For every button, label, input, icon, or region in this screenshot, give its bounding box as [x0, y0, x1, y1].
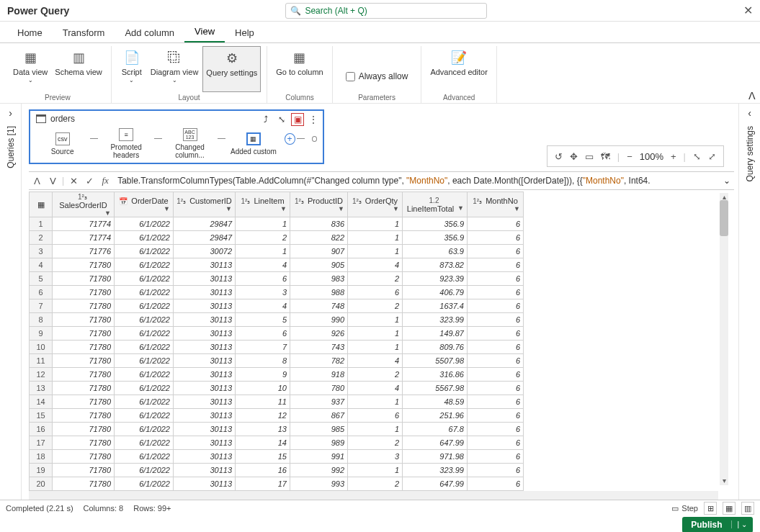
image-icon[interactable]: ▣: [291, 113, 304, 126]
cell[interactable]: 6: [468, 272, 524, 286]
cell[interactable]: 6: [468, 245, 524, 258]
cell[interactable]: 6: [348, 286, 403, 299]
column-header-SalesOrderID[interactable]: 1²₃ SalesOrderID▼: [53, 192, 115, 217]
add-step-button[interactable]: +: [285, 133, 295, 145]
cell[interactable]: 4: [348, 258, 403, 272]
cell[interactable]: 71780: [53, 272, 115, 286]
cell[interactable]: 6: [468, 409, 524, 423]
cell[interactable]: 149.87: [403, 327, 468, 341]
cell[interactable]: 71780: [53, 382, 115, 395]
cell[interactable]: 6: [468, 313, 524, 327]
cell[interactable]: 16: [236, 464, 290, 477]
cell[interactable]: 6: [348, 409, 403, 423]
cell[interactable]: 2: [348, 436, 403, 450]
expand-formula-icon[interactable]: ⌄: [720, 176, 734, 186]
advanced-editor-button[interactable]: 📝 Advanced editor: [427, 46, 491, 92]
cell[interactable]: 12: [236, 409, 290, 423]
cell[interactable]: 809.76: [403, 341, 468, 354]
tab-help[interactable]: Help: [225, 23, 264, 42]
corner-cell[interactable]: ▦: [30, 192, 53, 217]
cell[interactable]: 989: [290, 436, 348, 450]
accept-icon[interactable]: ✓: [81, 176, 97, 186]
query-settings-button[interactable]: ⚙ Query settings: [202, 46, 261, 92]
fit-icon[interactable]: ▭: [585, 151, 594, 162]
cell[interactable]: 356.9: [403, 231, 468, 245]
data-view-button[interactable]: ▦ Data view ⌄: [10, 46, 50, 92]
filter-dropdown-icon[interactable]: ▼: [280, 205, 287, 212]
cell[interactable]: 6: [468, 450, 524, 464]
filter-dropdown-icon[interactable]: ▼: [164, 205, 170, 212]
filter-dropdown-icon[interactable]: ▼: [393, 205, 399, 212]
cell[interactable]: 780: [290, 382, 348, 395]
cell[interactable]: 6: [468, 382, 524, 395]
cell[interactable]: 6: [468, 395, 524, 409]
cell[interactable]: 71780: [53, 327, 115, 341]
cell[interactable]: 6: [236, 327, 290, 341]
step-added-custom[interactable]: ▦ Added custom: [227, 132, 280, 155]
cell[interactable]: 647.99: [403, 477, 468, 491]
cell[interactable]: 867: [290, 409, 348, 423]
cell[interactable]: 985: [290, 423, 348, 436]
query-settings-panel-collapsed[interactable]: ‹ Query settings: [738, 104, 760, 500]
tab-home[interactable]: Home: [7, 23, 53, 42]
row-number[interactable]: 12: [30, 368, 53, 382]
cell[interactable]: 6/1/2022: [115, 354, 174, 368]
cell[interactable]: 71776: [53, 245, 115, 258]
cell[interactable]: 14: [236, 436, 290, 450]
cell[interactable]: 2: [348, 299, 403, 313]
cell[interactable]: 836: [290, 217, 348, 231]
table-row[interactable]: 8717806/1/20223011359901323.996: [30, 313, 524, 327]
cell[interactable]: 2: [348, 368, 403, 382]
row-number[interactable]: 16: [30, 423, 53, 436]
cell[interactable]: 48.59: [403, 395, 468, 409]
cell[interactable]: 6: [468, 464, 524, 477]
table-row[interactable]: 2717746/1/20222984728221356.96: [30, 231, 524, 245]
cell[interactable]: 71780: [53, 477, 115, 491]
cell[interactable]: 71780: [53, 354, 115, 368]
cell[interactable]: 991: [290, 450, 348, 464]
cell[interactable]: 990: [290, 313, 348, 327]
cell[interactable]: 71780: [53, 286, 115, 299]
row-number[interactable]: 4: [30, 258, 53, 272]
cell[interactable]: 71780: [53, 395, 115, 409]
row-number[interactable]: 5: [30, 272, 53, 286]
table-row[interactable]: 20717806/1/202230113179932647.996: [30, 477, 524, 491]
cell[interactable]: 71780: [53, 299, 115, 313]
cell[interactable]: 71780: [53, 450, 115, 464]
always-allow-input[interactable]: [346, 72, 355, 81]
map-icon[interactable]: 🗺: [601, 151, 610, 162]
cell[interactable]: 323.99: [403, 464, 468, 477]
cell[interactable]: 647.99: [403, 436, 468, 450]
step-changed-column[interactable]: ABC123 Changed column...: [164, 128, 216, 159]
cell[interactable]: 3: [348, 450, 403, 464]
cell[interactable]: 17: [236, 477, 290, 491]
cell[interactable]: 6/1/2022: [115, 450, 174, 464]
table-row[interactable]: 3717766/1/2022300721907163.96: [30, 245, 524, 258]
column-header-OrderDate[interactable]: 📅 OrderDate▼: [115, 192, 174, 217]
table-row[interactable]: 19717806/1/202230113169921323.996: [30, 464, 524, 477]
cell[interactable]: 873.82: [403, 258, 468, 272]
filter-dropdown-icon[interactable]: ▼: [104, 209, 111, 217]
cell[interactable]: 6/1/2022: [115, 327, 174, 341]
expand-queries-icon[interactable]: ›: [9, 107, 12, 119]
table-row[interactable]: 11717806/1/202230113878245507.986: [30, 354, 524, 368]
cell[interactable]: 923.39: [403, 272, 468, 286]
cell[interactable]: 1: [348, 327, 403, 341]
tab-transform[interactable]: Transform: [53, 23, 115, 42]
reset-icon[interactable]: ↺: [555, 151, 563, 162]
cell[interactable]: 30113: [174, 354, 236, 368]
cell[interactable]: 71774: [53, 217, 115, 231]
cell[interactable]: 10: [236, 382, 290, 395]
table-row[interactable]: 12717806/1/20223011399182316.866: [30, 368, 524, 382]
table-row[interactable]: 1717746/1/20222984718361356.96: [30, 217, 524, 231]
table-row[interactable]: 17717806/1/202230113149892647.996: [30, 436, 524, 450]
cell[interactable]: 6/1/2022: [115, 477, 174, 491]
cell[interactable]: 3: [236, 286, 290, 299]
row-number[interactable]: 11: [30, 354, 53, 368]
cell[interactable]: 71780: [53, 341, 115, 354]
cell[interactable]: 6/1/2022: [115, 341, 174, 354]
cell[interactable]: 6/1/2022: [115, 245, 174, 258]
cell[interactable]: 5567.98: [403, 382, 468, 395]
scroll-thumb[interactable]: [720, 200, 728, 236]
cell[interactable]: 6: [468, 286, 524, 299]
